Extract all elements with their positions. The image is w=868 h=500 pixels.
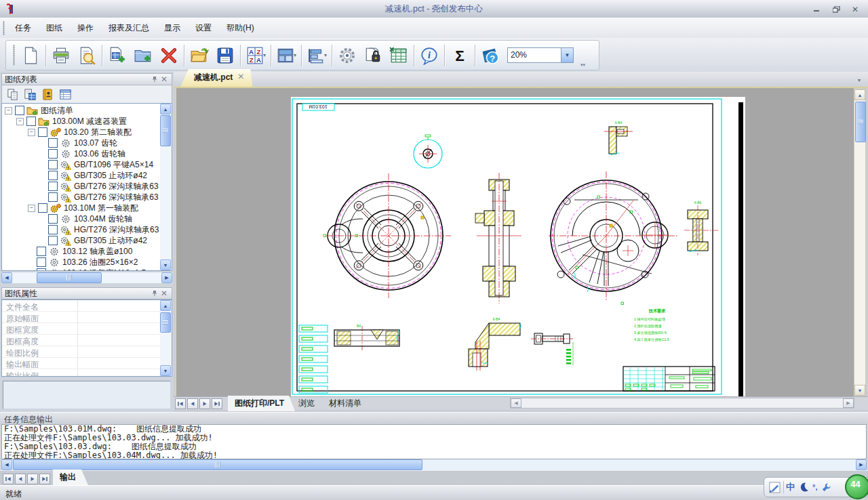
tree-item[interactable]: 103.26 油圈25×16×2 xyxy=(2,257,172,268)
close-button[interactable]: ✕ xyxy=(846,4,864,14)
open-button[interactable] xyxy=(186,43,212,68)
output-tab[interactable]: 输出 xyxy=(53,470,88,485)
tree-checkbox[interactable] xyxy=(38,127,47,137)
new-button[interactable] xyxy=(18,43,43,68)
tree-expander[interactable]: − xyxy=(28,129,35,136)
ime-status-badge[interactable]: 44 xyxy=(845,474,868,499)
tab-close-icon[interactable]: ✕ xyxy=(237,72,244,87)
output-nav-prev-icon[interactable] xyxy=(15,474,26,484)
scroll-right-icon[interactable]: ▶ xyxy=(843,398,854,408)
menu-item-2[interactable]: 操作 xyxy=(70,19,101,37)
tree-item[interactable]: GB/T276 深沟球轴承63 xyxy=(2,192,172,203)
tree-checkbox[interactable] xyxy=(48,192,58,202)
settings-button[interactable] xyxy=(334,43,360,68)
tree-vertical-scrollbar[interactable]: ▲ ▼ xyxy=(160,104,172,270)
property-row[interactable]: 文件全名 xyxy=(2,300,172,312)
print-button[interactable] xyxy=(48,43,74,68)
dropdown-arrow-icon[interactable]: ▾ xyxy=(294,52,296,58)
zoom-help-button[interactable]: ? xyxy=(477,43,503,68)
tree-checkbox[interactable] xyxy=(15,106,24,115)
tree-checkbox[interactable] xyxy=(38,203,47,213)
view-nav-last-icon[interactable] xyxy=(212,398,222,409)
tree-checkbox[interactable] xyxy=(48,225,58,234)
save-button[interactable] xyxy=(212,43,238,68)
tree-item[interactable]: −103.00M 减速器装置 xyxy=(2,116,172,127)
tree-horizontal-scrollbar[interactable]: ◀ ▶ xyxy=(1,272,172,283)
tree-checkbox[interactable] xyxy=(26,117,36,126)
property-row[interactable]: 输出比例 xyxy=(2,369,172,377)
tab-list-dropdown-icon[interactable]: ▼ xyxy=(854,76,864,85)
punctuation-icon[interactable]: °, xyxy=(812,483,817,491)
tree-checkbox[interactable] xyxy=(48,236,58,245)
sort-button[interactable]: AZZA▾ xyxy=(243,43,269,68)
tree-item[interactable]: −图纸清单 xyxy=(2,105,172,116)
document-tab[interactable]: 减速机.pct ✕ xyxy=(180,69,252,87)
tree-checkbox[interactable] xyxy=(37,247,46,256)
property-row[interactable]: 绘图比例 xyxy=(2,346,172,358)
tree-checkbox[interactable] xyxy=(37,268,46,271)
tree-item[interactable]: −103.20 第二轴装配 xyxy=(2,127,172,138)
preview-button[interactable] xyxy=(74,43,100,68)
zoom-dropdown-icon[interactable]: ▼ xyxy=(561,48,573,62)
dropdown-arrow-icon[interactable]: ▾ xyxy=(324,52,327,58)
scrollbar-thumb[interactable] xyxy=(37,272,102,283)
tree-checkbox[interactable] xyxy=(48,138,58,148)
tree-item[interactable]: 103.12 轴承盖ø100 xyxy=(2,246,172,257)
minimize-button[interactable] xyxy=(808,4,826,14)
properties-vertical-scrollbar[interactable]: ▲ ▼ xyxy=(160,300,172,376)
add-folder-button[interactable] xyxy=(130,43,156,68)
sigma-button[interactable]: Σ xyxy=(447,43,473,68)
menu-item-5[interactable]: 设置 xyxy=(188,19,219,37)
tree-item[interactable]: GB/T1096 平键A5×14 xyxy=(2,159,172,170)
scrollbar-thumb[interactable] xyxy=(855,102,866,142)
view-tab-2[interactable]: 材料清单 xyxy=(322,396,372,411)
batch-button[interactable] xyxy=(22,87,37,102)
pin-icon[interactable] xyxy=(150,75,159,84)
tree-item[interactable]: 103.04M 齿轮轴 xyxy=(2,213,172,224)
canvas-vertical-scrollbar[interactable]: ▲ ▼ xyxy=(854,89,866,396)
view-tab-1[interactable]: 浏览 xyxy=(292,396,326,411)
pin-icon[interactable] xyxy=(150,289,159,298)
tree-item[interactable]: GB/T276 深沟球轴承63 xyxy=(2,181,172,192)
scrollbar-thumb[interactable] xyxy=(160,115,171,146)
view-tab-0[interactable]: 图纸打印/PLT xyxy=(228,396,295,411)
menu-item-4[interactable]: 显示 xyxy=(157,19,188,37)
view-nav-prev-icon[interactable] xyxy=(187,398,198,409)
scroll-left-icon[interactable]: ◀ xyxy=(1,459,12,470)
zoom-combobox[interactable]: 20% ▼ xyxy=(507,47,574,63)
tree-expander[interactable]: − xyxy=(28,205,35,212)
menu-item-6[interactable]: 帮助(H) xyxy=(219,19,262,37)
info-button[interactable]: i xyxy=(416,43,442,68)
toolbar-overflow-icon[interactable]: ▾▾ xyxy=(580,62,585,68)
property-row[interactable]: 原始幅面 xyxy=(2,312,172,323)
scroll-right-icon[interactable]: ▶ xyxy=(161,272,172,283)
layout-button[interactable]: ▾ xyxy=(273,43,299,68)
tree-checkbox[interactable] xyxy=(48,171,58,180)
tree-checkbox[interactable] xyxy=(48,182,58,191)
tree-checkbox[interactable] xyxy=(48,160,58,169)
property-row[interactable]: 输出幅面 xyxy=(2,358,172,369)
tools-wrench-icon[interactable] xyxy=(819,480,833,494)
delete-button[interactable] xyxy=(156,43,182,68)
close-panel-icon[interactable]: ✕ xyxy=(159,75,169,84)
dropdown-arrow-icon[interactable]: ▾ xyxy=(263,52,266,58)
canvas-horizontal-scrollbar[interactable]: ◀ ▶ xyxy=(510,398,854,409)
tree-item[interactable]: GB/T305 止动环ø42 xyxy=(2,170,172,181)
tree-item[interactable]: 103.07 齿轮 xyxy=(2,138,172,148)
view-nav-first-icon[interactable] xyxy=(175,398,186,409)
output-horizontal-scrollbar[interactable]: ◀ ▶ xyxy=(1,459,867,470)
scroll-down-icon[interactable]: ▼ xyxy=(854,385,865,396)
tree-item[interactable]: −103.10M 第一轴装配 xyxy=(2,203,172,213)
scroll-down-icon[interactable]: ▼ xyxy=(160,259,171,270)
output-nav-first-icon[interactable] xyxy=(3,474,14,484)
align-button[interactable]: ▾ xyxy=(304,43,330,68)
language-indicator[interactable]: 中 xyxy=(786,481,795,493)
listview-button[interactable] xyxy=(58,87,73,102)
copy-button[interactable] xyxy=(5,87,20,102)
property-row[interactable]: 图框高度 xyxy=(2,335,172,346)
tree-item[interactable]: 103.06 齿轮轴 xyxy=(2,148,172,159)
restore-button[interactable] xyxy=(827,4,845,14)
output-nav-next-icon[interactable] xyxy=(27,474,38,484)
tree-checkbox[interactable] xyxy=(37,257,46,267)
scroll-up-icon[interactable]: ▲ xyxy=(160,104,171,114)
